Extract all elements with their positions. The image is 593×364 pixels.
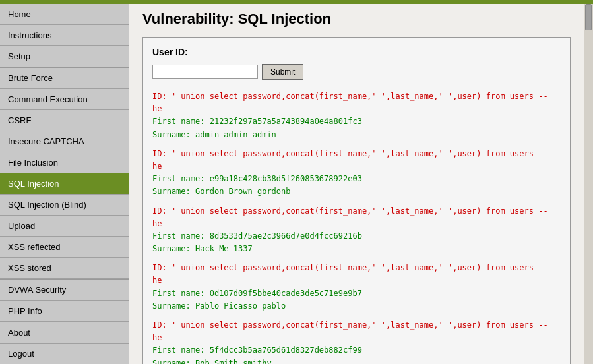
result-fn-line-4: First name: 5f4dcc3b5aa765d61d8327deb882…	[152, 344, 561, 357]
result-block-0: ID: ' union select password,concat(first…	[152, 90, 561, 141]
sidebar-item-command-execution[interactable]: Command Execution	[0, 89, 129, 110]
result-sn-line-0: Surname: admin admin admin	[152, 129, 561, 141]
submit-button[interactable]: Submit	[262, 64, 303, 80]
sidebar-item-about[interactable]: About	[0, 322, 129, 344]
result-block-1: ID: ' union select password,concat(first…	[152, 148, 561, 198]
sidebar-item-csrf[interactable]: CSRF	[0, 110, 129, 131]
main-content: Vulnerability: SQL Injection User ID: Su…	[129, 4, 584, 364]
result-fn-line-0: First name: 21232f297a57a5a743894a0e4a80…	[152, 115, 561, 128]
result-fn-line-2: First name: 8d3533d75ae2c3966d7e0d4fcc69…	[152, 230, 561, 243]
sidebar-item-file-inclusion[interactable]: File Inclusion	[0, 152, 129, 173]
result-sn-line-3: Surname: Pablo Picasso pablo	[152, 300, 561, 313]
result-id-line-1: ID: ' union select password,concat(first…	[152, 148, 561, 173]
results-container: ID: ' union select password,concat(first…	[152, 90, 561, 364]
result-block-4: ID: ' union select password,concat(first…	[152, 319, 561, 364]
sidebar: HomeInstructionsSetupBrute ForceCommand …	[0, 4, 129, 364]
result-fn-line-1: First name: e99a18c428cb38d5f26085367892…	[152, 173, 561, 185]
scrollbar[interactable]	[584, 4, 593, 364]
vulnerability-panel: User ID: Submit ID: ' union select passw…	[142, 37, 571, 364]
sidebar-item-xss-stored[interactable]: XSS stored	[0, 258, 129, 279]
sidebar-item-upload[interactable]: Upload	[0, 216, 129, 237]
sidebar-item-insecure-captcha[interactable]: Insecure CAPTCHA	[0, 131, 129, 152]
sidebar-item-instructions[interactable]: Instructions	[0, 25, 129, 46]
sidebar-item-php-info[interactable]: PHP Info	[0, 301, 129, 322]
result-block-3: ID: ' union select password,concat(first…	[152, 262, 561, 313]
sidebar-item-sql-injection-blind[interactable]: SQL Injection (Blind)	[0, 195, 129, 216]
scrollbar-thumb[interactable]	[585, 4, 592, 30]
user-id-input[interactable]	[152, 65, 258, 79]
result-sn-line-2: Surname: Hack Me 1337	[152, 243, 561, 255]
user-id-label: User ID:	[152, 47, 561, 57]
result-fn-line-3: First name: 0d107d09f5bbe40cade3de5c71e9…	[152, 288, 561, 300]
result-id-line-2: ID: ' union select password,concat(first…	[152, 205, 561, 230]
sidebar-item-home[interactable]: Home	[0, 4, 129, 25]
sidebar-item-xss-reflected[interactable]: XSS reflected	[0, 237, 129, 258]
result-block-2: ID: ' union select password,concat(first…	[152, 205, 561, 256]
result-id-line-4: ID: ' union select password,concat(first…	[152, 319, 561, 344]
input-row: Submit	[152, 64, 561, 80]
sidebar-item-brute-force[interactable]: Brute Force	[0, 68, 129, 89]
result-sn-line-4: Surname: Bob Smith smithy	[152, 357, 561, 364]
sidebar-item-sql-injection[interactable]: SQL Injection	[0, 173, 129, 195]
sidebar-item-setup[interactable]: Setup	[0, 46, 129, 67]
sidebar-item-dvwa-security[interactable]: DVWA Security	[0, 280, 129, 301]
result-id-line-0: ID: ' union select password,concat(first…	[152, 90, 561, 115]
result-id-line-3: ID: ' union select password,concat(first…	[152, 262, 561, 287]
result-sn-line-1: Surname: Gordon Brown gordonb	[152, 185, 561, 198]
sidebar-item-logout[interactable]: Logout	[0, 344, 129, 364]
page-title: Vulnerability: SQL Injection	[142, 11, 571, 28]
